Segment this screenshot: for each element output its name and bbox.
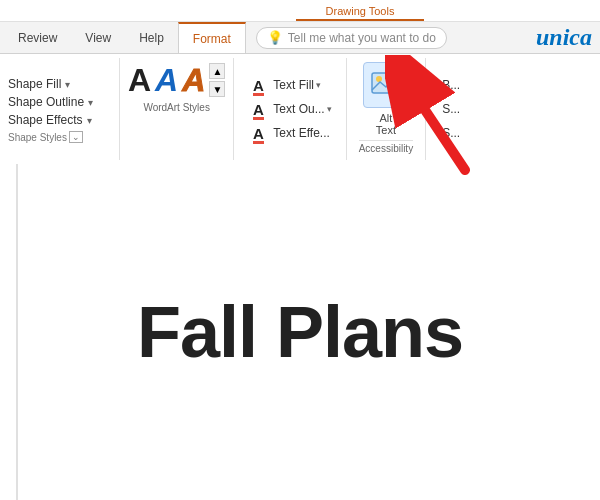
wordart-letter-blue: A — [155, 64, 178, 96]
shape-effects-arrow: ▾ — [87, 115, 92, 126]
text-fill-arrow: ▾ — [316, 80, 321, 90]
text-fill-button[interactable]: A Text Fill ▾ — [244, 73, 335, 97]
text-effects-icon: A — [248, 124, 268, 142]
text-fill-icon: A — [248, 76, 268, 94]
alt-text-icon[interactable]: ! — [363, 62, 409, 108]
text-fill-label: Text Fill — [273, 78, 314, 92]
shape-fill-arrow: ▾ — [65, 79, 70, 90]
shape-effects-label: Shape Effects — [8, 113, 83, 127]
s1-button[interactable]: S... — [434, 99, 468, 119]
wordart-section: A A A ▲ ▼ WordArt Styles — [120, 58, 234, 160]
shape-styles-label: Shape Styles ⌄ — [8, 131, 111, 143]
s2-label: S... — [442, 126, 460, 140]
unica-logo: unica — [536, 24, 596, 51]
svg-point-1 — [376, 76, 382, 82]
text-outline-label: Text Ou... — [273, 102, 324, 116]
wordart-scroll-up[interactable]: ▲ — [209, 63, 225, 79]
fall-plans-text: Fall Plans — [137, 291, 463, 373]
wordart-scroll-down[interactable]: ▼ — [209, 81, 225, 97]
s1-label: S... — [442, 102, 460, 116]
alt-text-label: AltText — [376, 112, 396, 136]
right-section: B... S... S... — [426, 58, 476, 160]
text-effects-label: Text Effe... — [273, 126, 329, 140]
wordart-label: WordArt Styles — [143, 102, 210, 113]
tell-me-input[interactable]: 💡 Tell me what you want to do — [256, 27, 447, 49]
page-wrapper: Drawing Tools Review View Help Format 💡 … — [0, 0, 600, 500]
shape-outline-button[interactable]: Shape Outline ▾ — [8, 93, 111, 111]
b-label: B... — [442, 78, 460, 92]
shape-outline-label: Shape Outline — [8, 95, 84, 109]
tab-view[interactable]: View — [71, 22, 125, 53]
expand-shape-icon[interactable]: ⌄ — [69, 131, 83, 143]
svg-rect-0 — [372, 73, 398, 93]
shape-effects-button[interactable]: Shape Effects ▾ — [8, 111, 111, 129]
tab-format[interactable]: Format — [178, 22, 246, 53]
text-outline-arrow: ▾ — [327, 104, 332, 114]
ribbon-wrapper: Drawing Tools Review View Help Format 💡 … — [0, 0, 600, 164]
main-content: Fall Plans — [0, 164, 600, 500]
shape-styles-section: Shape Fill ▾ Shape Outline ▾ Shape Effec… — [0, 58, 120, 160]
lightbulb-icon: 💡 — [267, 30, 283, 45]
shape-fill-button[interactable]: Shape Fill ▾ — [8, 75, 111, 93]
tell-me-placeholder: Tell me what you want to do — [288, 31, 436, 45]
s2-button[interactable]: S... — [434, 123, 468, 143]
ribbon-content: Shape Fill ▾ Shape Outline ▾ Shape Effec… — [0, 54, 600, 164]
text-outline-button[interactable]: A Text Ou... ▾ — [244, 97, 335, 121]
svg-point-2 — [390, 87, 400, 97]
b-button[interactable]: B... — [434, 75, 468, 95]
tab-help[interactable]: Help — [125, 22, 178, 53]
wordart-letter-orange: A — [182, 64, 205, 96]
text-effects-button[interactable]: A Text Effe... — [244, 121, 335, 145]
tab-row: Review View Help Format 💡 Tell me what y… — [0, 22, 600, 54]
wordart-letters: A A A — [128, 64, 205, 96]
accessibility-section-label: Accessibility — [359, 140, 413, 156]
tab-review[interactable]: Review — [4, 22, 71, 53]
text-effects-section: A Text Fill ▾ A Text Ou... ▾ A Text — [234, 58, 346, 160]
shape-outline-arrow: ▾ — [88, 97, 93, 108]
alt-text-image-svg: ! — [371, 72, 401, 98]
drawing-tools-label: Drawing Tools — [296, 5, 425, 21]
svg-text:!: ! — [394, 90, 396, 97]
page-border-left — [16, 164, 18, 500]
wordart-scroll: ▲ ▼ — [209, 62, 225, 98]
text-outline-icon: A — [248, 100, 268, 118]
shape-fill-label: Shape Fill — [8, 77, 61, 91]
accessibility-section: ! AltText Accessibility — [347, 58, 426, 160]
wordart-letter-black: A — [128, 64, 151, 96]
